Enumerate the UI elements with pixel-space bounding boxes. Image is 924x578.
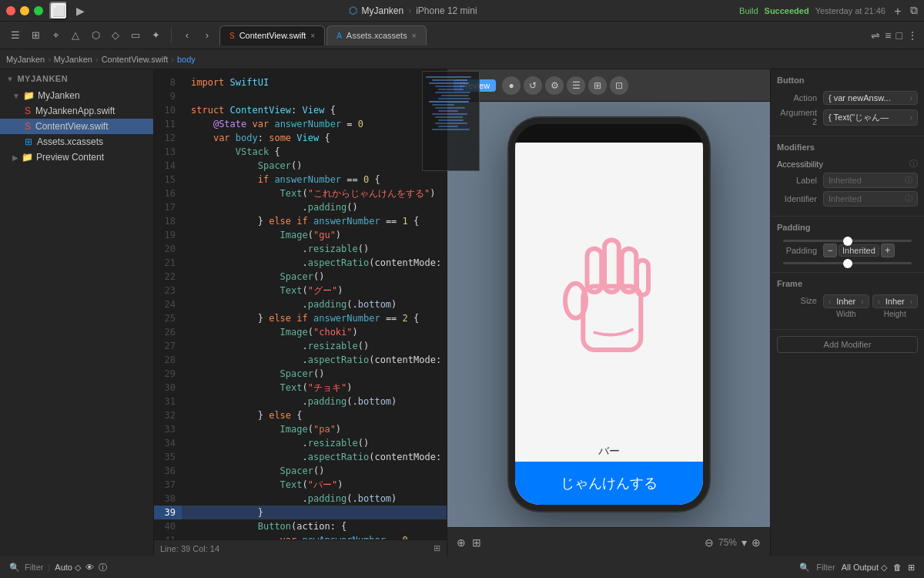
preview-ctrl-2[interactable]: ↺ bbox=[524, 76, 542, 95]
filter2-icon: 🔍 bbox=[799, 563, 810, 573]
width-field[interactable]: ‹ Inher › bbox=[823, 294, 869, 308]
padding-slider-bottom bbox=[777, 260, 918, 266]
icon-rect[interactable]: ▭ bbox=[126, 26, 145, 45]
icon-star[interactable]: ✦ bbox=[146, 26, 165, 45]
padding-plus-button[interactable]: + bbox=[881, 244, 895, 257]
play-button[interactable]: ▶ bbox=[74, 5, 86, 17]
argument2-value[interactable]: { Text("じゃん— › bbox=[823, 109, 918, 126]
line-num-40: 40 bbox=[154, 519, 182, 533]
toolbar: ☰ ⊞ ⌖ △ ⬡ ◇ ▭ ✦ ‹ › S ContentView.swift … bbox=[0, 22, 924, 49]
breadcrumb-contentview[interactable]: ContentView.swift bbox=[102, 55, 169, 64]
phone-janken-button[interactable]: じゃんけんする bbox=[515, 462, 703, 505]
tab-assets-close[interactable]: × bbox=[412, 32, 417, 40]
zoom-dropdown-icon[interactable]: ▾ bbox=[742, 536, 747, 549]
expand-button[interactable]: ⧉ bbox=[910, 4, 918, 17]
editor[interactable]: 8 9 10 11 12 13 14 15 16 17 18 19 20 21 … bbox=[154, 69, 447, 556]
label-value[interactable]: Inherited ⓘ bbox=[823, 173, 918, 188]
line-num-33: 33 bbox=[154, 422, 182, 436]
folder-icon: 📁 bbox=[23, 90, 35, 101]
grid-icon[interactable]: ⊞ bbox=[472, 536, 481, 549]
breadcrumb-body[interactable]: body bbox=[177, 55, 196, 64]
minimap-thumb bbox=[447, 102, 480, 171]
icon-diamond[interactable]: ◇ bbox=[106, 26, 125, 45]
maximize-button[interactable] bbox=[34, 6, 43, 15]
output-select-button[interactable]: All Output ◇ bbox=[842, 563, 887, 573]
padding-minus-button[interactable]: − bbox=[823, 244, 837, 257]
sidebar-item-preview[interactable]: ▶ 📁 Preview Content bbox=[0, 150, 153, 165]
status-left: 🔍 Filter | Auto ◇ 👁 ⓘ bbox=[9, 562, 107, 573]
code-line-19: Image("gu") bbox=[182, 228, 447, 242]
accessibility-info-icon[interactable]: ⓘ bbox=[909, 158, 918, 170]
status-sep1: | bbox=[48, 563, 50, 572]
sidebar-folder-myjanken[interactable]: ▼ 📁 MyJanken bbox=[0, 88, 153, 103]
identifier-info-icon[interactable]: ⓘ bbox=[905, 193, 912, 204]
sidebar-item-myjankenkapp[interactable]: S MyJankenApp.swift bbox=[0, 103, 153, 119]
info-button[interactable]: ⓘ bbox=[99, 562, 107, 573]
preview-ctrl-4[interactable]: ☰ bbox=[567, 76, 585, 95]
line-num-16: 16 bbox=[154, 187, 182, 200]
sidebar-item-contentview[interactable]: S ContentView.swift bbox=[0, 119, 153, 134]
identifier-row: Identifier Inherited ⓘ bbox=[777, 191, 918, 207]
trash-button[interactable]: 🗑 bbox=[893, 563, 902, 572]
icon-pin[interactable]: ⌖ bbox=[46, 26, 65, 45]
sidebar-project-header[interactable]: ▼ MyJanken bbox=[0, 69, 153, 88]
code-line-40: Button(action: { bbox=[182, 519, 447, 533]
icon-hex[interactable]: ⬡ bbox=[86, 26, 105, 45]
inspector-icon[interactable]: □ bbox=[896, 29, 902, 42]
folder-label: MyJanken bbox=[38, 90, 80, 101]
height-field[interactable]: ‹ Inher › bbox=[872, 294, 919, 308]
preview-ctrl-5[interactable]: ⊞ bbox=[588, 76, 607, 95]
eye-button[interactable]: 👁 bbox=[85, 563, 94, 572]
breadcrumb-sep1: › bbox=[48, 55, 51, 64]
padding-row: Padding − Inherited + bbox=[777, 244, 918, 257]
grid-btn[interactable]: ⊞ bbox=[908, 563, 915, 573]
grid-view-icon[interactable]: ⊞ bbox=[434, 543, 440, 553]
preview-ctrl-6[interactable]: ⊡ bbox=[610, 76, 628, 95]
tab-contentview[interactable]: S ContentView.swift × bbox=[219, 25, 325, 45]
icon-sidebar[interactable]: ☰ bbox=[6, 26, 25, 45]
hand-image bbox=[551, 215, 667, 369]
back-button[interactable]: ‹ bbox=[178, 26, 196, 45]
sidebar-item-assets[interactable]: ⊞ Assets.xcassets bbox=[0, 134, 153, 150]
list-icon[interactable]: ≡ bbox=[885, 29, 891, 42]
code-area[interactable]: import SwiftUI struct ContentView: View … bbox=[182, 69, 447, 539]
phone-notch bbox=[571, 124, 648, 143]
split-icon[interactable]: ⇌ bbox=[871, 29, 880, 42]
window-controls bbox=[6, 6, 43, 15]
minimize-button[interactable] bbox=[20, 6, 29, 15]
add-modifier-button[interactable]: Add Modifier bbox=[777, 336, 918, 353]
line-num-19: 19 bbox=[154, 228, 182, 242]
assets-icon: A bbox=[336, 32, 342, 40]
breadcrumb-myjanken2[interactable]: MyJanken bbox=[54, 55, 92, 64]
label-info-icon[interactable]: ⓘ bbox=[905, 175, 912, 186]
code-line-32: } else { bbox=[182, 408, 447, 422]
preview-ctrl-3[interactable]: ⚙ bbox=[545, 76, 564, 95]
code-line-11: @State var answerNumber = 0 bbox=[182, 117, 447, 131]
code-line-21: .aspectRatio(contentMode: .fit) bbox=[182, 256, 447, 270]
identifier-value[interactable]: Inherited ⓘ bbox=[823, 191, 918, 207]
padding-slider-top-track[interactable] bbox=[783, 240, 912, 242]
icon-grid[interactable]: ⊞ bbox=[26, 26, 45, 45]
forward-button[interactable]: › bbox=[198, 26, 216, 45]
icon-warn[interactable]: △ bbox=[66, 26, 85, 45]
line-num-38: 38 bbox=[154, 492, 182, 506]
preview-ctrl-1[interactable]: ● bbox=[502, 76, 521, 95]
zoom-in-icon[interactable]: ⊕ bbox=[752, 536, 761, 549]
add-button[interactable]: + bbox=[892, 5, 904, 17]
action-value[interactable]: { var newAnsw... › bbox=[823, 91, 918, 105]
padding-slider-bottom-track[interactable] bbox=[783, 262, 912, 264]
more-icon[interactable]: ⋮ bbox=[907, 29, 918, 42]
zoom-out-icon[interactable]: ⊖ bbox=[705, 536, 714, 549]
code-line-22: Spacer() bbox=[182, 270, 447, 284]
tab-assets[interactable]: A Assets.xcassets × bbox=[326, 25, 426, 45]
phone-text-label: バー bbox=[515, 442, 703, 462]
close-button[interactable] bbox=[6, 6, 15, 15]
tab-close-icon[interactable]: × bbox=[310, 32, 315, 40]
pin-icon[interactable]: ⊕ bbox=[457, 536, 466, 549]
status-filter-label[interactable]: Filter bbox=[25, 563, 43, 572]
filter2-label[interactable]: Filter bbox=[816, 563, 835, 572]
auto-mode-button[interactable]: Auto ◇ bbox=[55, 563, 81, 573]
breadcrumb-myjanken1[interactable]: MyJanken bbox=[6, 55, 45, 64]
code-line-12: var body: some View { bbox=[182, 131, 447, 145]
sidebar-toggle-icon[interactable]: ⬜ bbox=[49, 2, 68, 20]
